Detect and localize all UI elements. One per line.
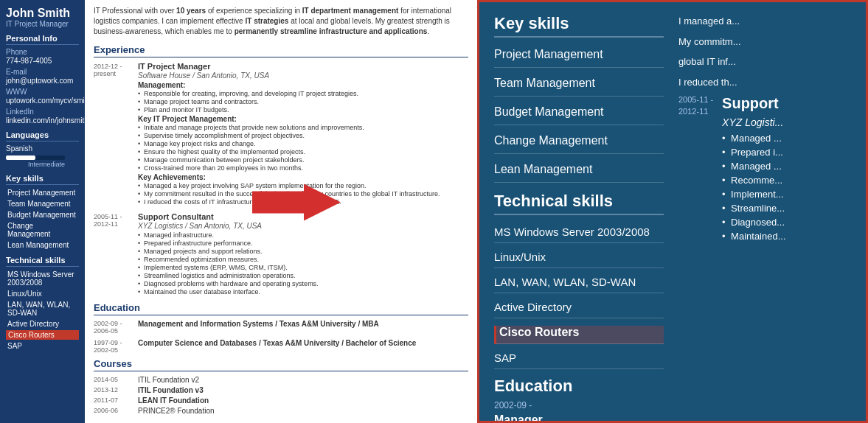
course1-title: ITIL Foundation v2	[138, 376, 199, 384]
linkedin-label: LinkedIn	[6, 108, 79, 116]
course4-date: 2006-06	[94, 407, 138, 415]
job1-title: IT Project Manager	[138, 62, 468, 71]
skill-ms-windows: MS Windows Server 2003/2008	[6, 270, 79, 287]
job2-title: Support Consultant	[138, 212, 468, 221]
job-item-2: 2005-11 -2012-11 Support Consultant XYZ …	[94, 212, 468, 296]
technical-skills-section: Technical skills	[6, 256, 79, 267]
languages-section: Languages	[6, 130, 79, 141]
rp-support-dates: 2005-11 - 2012-11	[678, 95, 713, 245]
bio-text: IT Professional with over 10 years of ex…	[94, 6, 468, 37]
rp-intro-1: I managed a...	[678, 14, 851, 29]
right-panel: Key skills Project Management Team Manag…	[477, 0, 868, 423]
rp-sb8: Maintained...	[722, 231, 785, 242]
job1-section1: Management:	[138, 81, 468, 89]
job2-b7: Diagnosed problems with hardware and ope…	[138, 280, 468, 287]
rp-tech-title: Technical skills	[494, 192, 664, 215]
job-item-1: 2012-12 -present IT Project Manager Soft…	[94, 62, 468, 206]
rp-intro-4: I reduced th...	[678, 75, 851, 90]
rp-sb3: Managed ...	[722, 161, 785, 172]
skill-linux: Linux/Unix	[6, 289, 79, 298]
user-name: John Smith	[6, 6, 79, 20]
www-value: uptowork.com/mycv/smith	[6, 97, 79, 105]
job1-ach2: My commitment resulted in the successful…	[138, 190, 468, 197]
course2-date: 2013-12	[94, 386, 138, 394]
course3-date: 2011-07	[94, 396, 138, 405]
job2-b1: Managed infrastructure.	[138, 231, 468, 239]
job1-section2: Key IT Project Management:	[138, 115, 468, 123]
rp-skill-4: Change Management	[494, 134, 664, 154]
rp-skill-1: Project Management	[494, 48, 664, 68]
rp-sb1: Managed ...	[722, 133, 785, 144]
rp-edu-date: 2002-09 -	[494, 400, 664, 410]
language-bar	[6, 155, 65, 160]
course4-title: PRINCE2® Foundation	[138, 407, 215, 415]
rp-support-company: XYZ Logisti...	[722, 116, 785, 128]
course-4: 2006-06 PRINCE2® Foundation	[94, 407, 468, 415]
job2-date: 2005-11 -2012-11	[94, 212, 138, 296]
edu2-date: 1997-09 -2002-05	[94, 339, 138, 354]
education-heading: Education	[94, 302, 468, 315]
skill-change-management: Change Management	[6, 221, 79, 239]
job1-bullet5: Supervise timely accomplishment of proje…	[138, 132, 468, 139]
job2-b5: Implemented systems (ERP, WMS, CRM, ITSM…	[138, 264, 468, 271]
job1-date: 2012-12 -present	[94, 62, 138, 206]
phone-label: Phone	[6, 48, 79, 56]
rp-support-title: Support	[722, 95, 785, 112]
email-value: john@uptowork.com	[6, 77, 79, 85]
linkedin-value: linkedin.com/in/johnsmith	[6, 116, 79, 125]
job1-bullet1: Responsible for creating, improving, and…	[138, 90, 468, 97]
job2-company: XYZ Logistics / San Antonio, TX, USA	[138, 222, 468, 230]
course-2: 2013-12 ITIL Foundation v3	[94, 386, 468, 394]
course1-date: 2014-05	[94, 376, 138, 384]
sidebar: John Smith IT Project Manager Personal I…	[0, 0, 85, 423]
personal-info-section: Personal Info	[6, 34, 79, 45]
skill-team-management: Team Management	[6, 199, 79, 209]
experience-heading: Experience	[94, 44, 468, 57]
job2-b6: Streamlined logistics and administration…	[138, 272, 468, 279]
job1-bullet9: Cross-trained more than 20 employees in …	[138, 164, 468, 172]
skill-sap: SAP	[6, 341, 79, 351]
courses-heading: Courses	[94, 358, 468, 371]
rp-tech-2: Linux/Unix	[494, 251, 664, 268]
main-content: IT Professional with over 10 years of ex…	[85, 0, 477, 423]
course3-title: LEAN IT Foundation	[138, 396, 209, 405]
skill-budget-management: Budget Management	[6, 210, 79, 220]
job1-company: Software House / San Antonio, TX, USA	[138, 71, 468, 80]
course-1: 2014-05 ITIL Foundation v2	[94, 376, 468, 384]
rp-edu-title: Education	[494, 377, 664, 396]
job2-detail: Support Consultant XYZ Logistics / San A…	[138, 212, 468, 296]
job2-b4: Recommended optimization measures.	[138, 256, 468, 263]
rp-tech-1: MS Windows Server 2003/2008	[494, 226, 664, 243]
skill-cisco-routers: Cisco Routers	[6, 330, 79, 340]
rp-intro-2: My commitm...	[678, 35, 851, 49]
job1-detail: IT Project Manager Software House / San …	[138, 62, 468, 206]
rp-support-date-start: 2005-11 -	[678, 95, 713, 104]
rp-sb4: Recomme...	[722, 175, 785, 186]
rp-sb7: Diagnosed...	[722, 217, 785, 228]
rp-intro-3: global IT inf...	[678, 55, 851, 69]
rp-skill-3: Budget Management	[494, 105, 664, 125]
job1-bullet8: Manage communication between project sta…	[138, 156, 468, 164]
edu1-title: Management and Information Systems / Tex…	[138, 320, 468, 328]
course-3: 2011-07 LEAN IT Foundation	[94, 396, 468, 405]
rp-tech-6-sap: SAP	[494, 352, 664, 369]
edu1-date: 2002-09 -2006-05	[94, 320, 138, 335]
job2-b3: Managed projects and support relations.	[138, 248, 468, 255]
rp-edu-degree: Manager	[494, 413, 664, 423]
edu1-detail: Management and Information Systems / Tex…	[138, 320, 468, 335]
rp-sb5: Implement...	[722, 189, 785, 200]
rp-sb2: Prepared i...	[722, 147, 785, 158]
right-col-2: I managed a... My commitm... global IT i…	[678, 14, 851, 423]
skill-active-directory: Active Directory	[6, 319, 79, 329]
rp-support-detail: Support XYZ Logisti... Managed ... Prepa…	[722, 95, 785, 245]
skill-lean-management: Lean Management	[6, 240, 79, 250]
job2-b2: Prepared infrastructure performance.	[138, 240, 468, 247]
edu2-title: Computer Science and Databases / Texas A…	[138, 339, 468, 347]
job1-bullet3: Plan and monitor IT budgets.	[138, 106, 468, 113]
skill-lan-wan: LAN, WAN, WLAN, SD-WAN	[6, 300, 79, 318]
job1-bullet4: Initiate and manage projects that provid…	[138, 124, 468, 131]
job1-bullet6: Manage key project risks and change.	[138, 140, 468, 147]
edu-item-2: 1997-09 -2002-05 Computer Science and Da…	[94, 339, 468, 354]
www-label: WWW	[6, 88, 79, 96]
language-level: Intermediate	[6, 161, 65, 168]
